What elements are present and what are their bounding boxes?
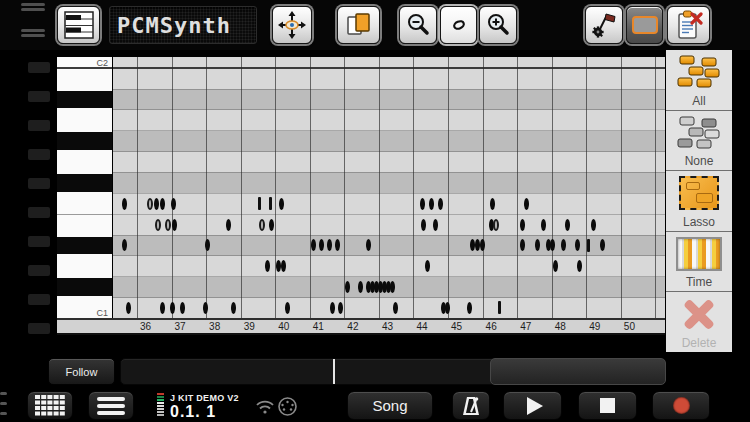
midi-note[interactable] xyxy=(575,239,580,251)
stop-button[interactable] xyxy=(578,391,637,420)
piano-key-F#1[interactable] xyxy=(57,174,112,192)
midi-note[interactable] xyxy=(265,260,270,272)
midi-note[interactable] xyxy=(490,198,495,210)
menu-button[interactable] xyxy=(88,391,134,420)
midi-note[interactable] xyxy=(438,198,443,210)
midi-note[interactable] xyxy=(285,302,290,314)
follow-button[interactable]: Follow xyxy=(48,358,115,385)
midi-note[interactable] xyxy=(226,219,231,231)
piano-key-G1[interactable] xyxy=(57,152,112,173)
midi-note[interactable] xyxy=(358,281,363,293)
midi-note[interactable] xyxy=(600,239,605,251)
midi-note[interactable] xyxy=(390,281,395,293)
midi-note[interactable] xyxy=(281,260,286,272)
midi-note[interactable] xyxy=(172,219,177,231)
midi-note[interactable] xyxy=(467,302,472,314)
piano-key-E1[interactable] xyxy=(57,214,112,235)
metronome-button[interactable] xyxy=(452,391,490,420)
midi-note[interactable] xyxy=(231,302,236,314)
midi-note[interactable] xyxy=(330,302,335,314)
midi-note[interactable] xyxy=(319,239,324,251)
midi-note[interactable] xyxy=(258,197,261,210)
midi-note[interactable] xyxy=(269,219,274,231)
select-all-button[interactable]: All xyxy=(666,50,732,111)
midi-note[interactable] xyxy=(470,239,475,251)
piano-key-G#1[interactable] xyxy=(57,132,112,150)
midi-note[interactable] xyxy=(587,239,590,252)
midi-note[interactable] xyxy=(565,219,570,231)
piano-key-D1[interactable] xyxy=(57,256,112,277)
midi-note[interactable] xyxy=(480,239,485,251)
midi-note[interactable] xyxy=(493,219,499,231)
zoom-out-button[interactable] xyxy=(399,6,437,44)
midi-note[interactable] xyxy=(122,198,127,210)
keyboard-button[interactable] xyxy=(57,6,100,44)
midi-note[interactable] xyxy=(520,219,525,231)
note-size-button[interactable] xyxy=(440,6,477,44)
midi-note[interactable] xyxy=(541,219,546,231)
midi-note[interactable] xyxy=(345,281,350,293)
midi-note[interactable] xyxy=(170,302,175,314)
midi-note[interactable] xyxy=(577,260,582,272)
midi-note[interactable] xyxy=(420,198,425,210)
midi-note[interactable] xyxy=(475,239,480,251)
midi-note[interactable] xyxy=(524,198,529,210)
paste-button[interactable] xyxy=(667,6,710,44)
midi-note[interactable] xyxy=(425,260,430,272)
midi-note[interactable] xyxy=(279,198,284,210)
piano-key-C#1[interactable] xyxy=(57,278,112,296)
midi-note[interactable] xyxy=(327,239,332,251)
midi-note[interactable] xyxy=(561,239,566,251)
midi-note[interactable] xyxy=(520,239,525,251)
midi-note[interactable] xyxy=(205,239,210,251)
midi-note[interactable] xyxy=(171,198,176,210)
pads-view-button[interactable] xyxy=(27,391,73,420)
lasso-button[interactable]: Lasso xyxy=(666,171,732,232)
midi-note[interactable] xyxy=(429,198,434,210)
midi-note[interactable] xyxy=(165,219,171,231)
box-select-button[interactable] xyxy=(626,6,663,44)
record-button[interactable] xyxy=(652,391,710,420)
midi-note[interactable] xyxy=(550,239,555,251)
midi-note[interactable] xyxy=(421,219,426,231)
midi-note[interactable] xyxy=(203,302,208,314)
midi-note[interactable] xyxy=(433,219,438,231)
time-select-button[interactable]: Time xyxy=(666,232,732,293)
pan-tool-button[interactable] xyxy=(272,6,312,44)
piano-key-F1[interactable] xyxy=(57,193,112,214)
midi-note[interactable] xyxy=(591,219,596,231)
pattern-settings-button[interactable] xyxy=(585,6,623,44)
midi-note[interactable] xyxy=(553,260,558,272)
midi-note[interactable] xyxy=(535,239,540,251)
midi-note[interactable] xyxy=(122,239,127,251)
scrollbar-thumb[interactable] xyxy=(490,358,666,385)
zoom-in-button[interactable] xyxy=(479,6,517,44)
midi-note[interactable] xyxy=(154,198,159,210)
copy-button[interactable] xyxy=(337,6,380,44)
midi-note[interactable] xyxy=(393,302,398,314)
piano-key-A1[interactable] xyxy=(57,110,112,131)
midi-note[interactable] xyxy=(147,198,153,210)
piano-keyboard[interactable]: C2C1 xyxy=(57,57,113,318)
midi-note[interactable] xyxy=(445,302,450,314)
piano-key-A#1[interactable] xyxy=(57,91,112,109)
midi-note[interactable] xyxy=(155,219,161,231)
delete-button[interactable]: Delete xyxy=(666,292,732,352)
note-grid[interactable] xyxy=(113,57,665,318)
midi-note[interactable] xyxy=(269,197,272,210)
midi-note[interactable] xyxy=(366,239,371,251)
select-none-button[interactable]: None xyxy=(666,111,732,172)
synth-name-lcd[interactable]: PCMSynth xyxy=(109,6,257,44)
midi-note[interactable] xyxy=(160,302,165,314)
midi-note[interactable] xyxy=(259,219,265,231)
horizontal-scrollbar[interactable] xyxy=(120,358,665,385)
midi-note[interactable] xyxy=(180,302,185,314)
piano-key-D#1[interactable] xyxy=(57,237,112,255)
song-mode-button[interactable]: Song xyxy=(347,391,433,420)
midi-note[interactable] xyxy=(276,260,281,272)
midi-note[interactable] xyxy=(338,302,343,314)
measure-ruler[interactable]: 363738394041424344454647484950 xyxy=(57,318,665,335)
piano-key-B1[interactable] xyxy=(57,68,112,89)
play-button[interactable] xyxy=(503,391,562,420)
midi-note[interactable] xyxy=(126,302,131,314)
